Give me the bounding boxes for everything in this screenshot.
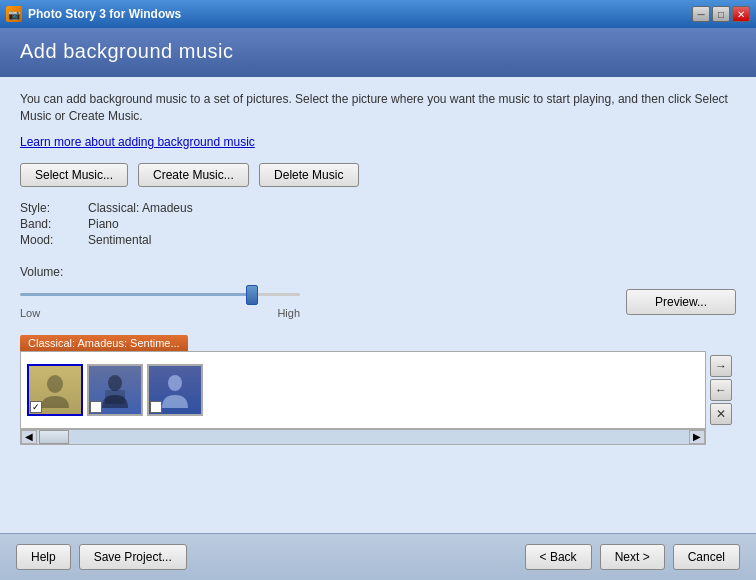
slider-track[interactable] [20,285,300,305]
volume-label: Volume: [20,265,736,279]
title-bar: 📷 Photo Story 3 for Windows ─ □ ✕ [0,0,756,28]
svg-rect-2 [105,390,125,404]
maximize-button[interactable]: □ [712,6,730,22]
save-project-button[interactable]: Save Project... [79,544,187,570]
slider-thumb[interactable] [246,285,258,305]
mood-value: Sentimental [88,233,736,247]
slider-line [20,293,300,296]
volume-section: Volume: Low High Preview... [20,265,736,319]
thumbnail-3-checkbox[interactable] [150,401,162,413]
thumbnail-2[interactable] [87,364,143,416]
thumbnail-2-checkbox[interactable] [90,401,102,413]
volume-row: Low High Preview... [20,285,736,319]
filmstrip-wrapper: ✓ [20,351,736,429]
mood-label: Mood: [20,233,80,247]
filmstrip-right-arrow-button[interactable]: → [710,355,732,377]
next-button[interactable]: Next > [600,544,665,570]
filmstrip-area: ✓ [20,351,706,429]
page-title: Add background music [20,40,736,63]
music-info: Style: Classical: Amadeus Band: Piano Mo… [20,201,736,247]
description-text: You can add background music to a set of… [20,91,736,125]
app-icon: 📷 [6,6,22,22]
dialog-content: You can add background music to a set of… [0,77,756,533]
preview-button[interactable]: Preview... [626,289,736,315]
help-button[interactable]: Help [16,544,71,570]
select-music-button[interactable]: Select Music... [20,163,128,187]
bottom-bar: Help Save Project... < Back Next > Cance… [0,533,756,580]
music-button-row: Select Music... Create Music... Delete M… [20,163,736,187]
thumbnail-1-checkbox[interactable]: ✓ [30,401,42,413]
band-value: Piano [88,217,736,231]
thumbnail-1[interactable]: ✓ [27,364,83,416]
dialog-header: Add background music [0,28,756,77]
style-value: Classical: Amadeus [88,201,736,215]
svg-point-0 [47,375,63,393]
preview-btn-container: Preview... [626,289,736,315]
back-button[interactable]: < Back [525,544,592,570]
style-label: Style: [20,201,80,215]
title-controls: ─ □ ✕ [692,6,750,22]
filmstrip-section: Classical: Amadeus: Sentime... [20,335,736,523]
thumbnail-3[interactable] [147,364,203,416]
scrollbar-right-arrow[interactable]: ▶ [689,430,705,444]
window-title: Photo Story 3 for Windows [28,7,181,21]
close-button[interactable]: ✕ [732,6,750,22]
slider-labels: Low High [20,307,300,319]
filmstrip-scroll: ✓ [21,352,705,428]
create-music-button[interactable]: Create Music... [138,163,249,187]
minimize-button[interactable]: ─ [692,6,710,22]
scrollbar-thumb[interactable] [39,430,69,444]
scrollbar-left-arrow[interactable]: ◀ [21,430,37,444]
filmstrip-side-buttons: → ← ✕ [706,351,736,429]
learn-more-link[interactable]: Learn more about adding background music [20,135,736,149]
filmstrip-delete-button[interactable]: ✕ [710,403,732,425]
band-label: Band: [20,217,80,231]
volume-slider-container: Low High [20,285,300,319]
title-bar-left: 📷 Photo Story 3 for Windows [6,6,181,22]
delete-music-button[interactable]: Delete Music [259,163,359,187]
filmstrip-label: Classical: Amadeus: Sentime... [20,335,188,351]
filmstrip-left-arrow-button[interactable]: ← [710,379,732,401]
dialog-body: Add background music You can add backgro… [0,28,756,580]
cancel-button[interactable]: Cancel [673,544,740,570]
slider-high-label: High [277,307,300,319]
slider-low-label: Low [20,307,40,319]
svg-point-1 [108,375,122,391]
svg-point-3 [168,375,182,391]
filmstrip-scrollbar[interactable]: ◀ ▶ [20,429,706,445]
